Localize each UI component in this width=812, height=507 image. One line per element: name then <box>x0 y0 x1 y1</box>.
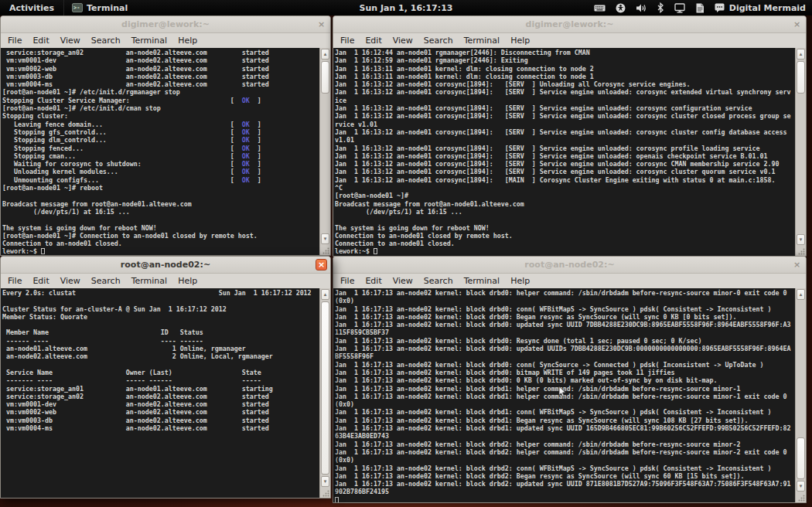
terminal-output[interactable]: service:storage_an02 an-node02.alteeve.c… <box>1 48 319 255</box>
scroll-up-button[interactable]: ▴ <box>321 49 329 60</box>
resize-grip[interactable] <box>796 492 806 502</box>
terminal-line: vm:vm0003-db an-node02.alteeve.com start… <box>2 73 319 80</box>
terminal-window-bottom-left[interactable]: root@an-node02:~ × FileEditViewSearchTer… <box>0 256 331 498</box>
close-button[interactable]: × <box>791 19 803 30</box>
menu-view[interactable]: View <box>55 36 86 46</box>
menu-terminal[interactable]: Terminal <box>126 276 173 286</box>
scrollbar[interactable]: ▴ ▾ <box>795 288 806 502</box>
menu-edit[interactable]: Edit <box>360 36 387 46</box>
terminal-line: Connection to an-node01 closed by remote… <box>335 232 795 240</box>
terminal-line: (0x0) <box>335 297 795 305</box>
menu-terminal[interactable]: Terminal <box>459 276 506 286</box>
terminal-line: Stopping Cluster Service Manager: [ OK ] <box>2 97 319 104</box>
menu-file[interactable]: File <box>2 276 27 286</box>
scroll-down-icon: ▾ <box>800 484 803 489</box>
window-titlebar[interactable]: digimer@lework:~ × <box>333 16 806 33</box>
menu-help[interactable]: Help <box>172 36 203 46</box>
terminal-line: Waiting for corosync to shutdown: [ OK ] <box>2 160 319 168</box>
menu-file[interactable]: File <box>2 36 27 46</box>
app-menu-terminal[interactable]: >- Terminal <box>63 0 135 15</box>
activities-button[interactable]: Activities <box>0 0 63 15</box>
accessibility-icon[interactable] <box>616 3 626 13</box>
terminal-window-bottom-right[interactable]: root@an-node02:~ × FileEditViewSearchTer… <box>333 256 807 503</box>
window-titlebar[interactable]: digimer@lework:~ × <box>1 16 330 33</box>
terminal-line: [root@an-node01 ~]# /etc/init.d/cman sto… <box>2 104 319 112</box>
scroll-down-button[interactable]: ▾ <box>797 481 805 492</box>
menu-search[interactable]: Search <box>86 276 126 286</box>
menu-view[interactable]: View <box>55 276 86 286</box>
window-titlebar[interactable]: root@an-node02:~ × <box>333 257 806 274</box>
terminal-line: (/dev/pts/1) at 16:15 ... <box>2 208 319 216</box>
scrollbar-thumb[interactable] <box>321 301 329 475</box>
menu-edit[interactable]: Edit <box>360 276 387 286</box>
terminal-line: Jan 1 16:13:12 an-node01 corosync[1894]:… <box>335 88 795 96</box>
menu-view[interactable]: View <box>387 276 418 286</box>
menu-search[interactable]: Search <box>418 276 459 286</box>
menu-terminal[interactable]: Terminal <box>126 36 173 46</box>
scrollbar-thumb[interactable] <box>797 437 805 479</box>
user-menu[interactable]: Digital Mermaid <box>715 3 806 13</box>
chat-status-icon <box>715 3 725 12</box>
terminal-line <box>2 361 319 369</box>
terminal-output[interactable]: Jan 1 16:12:44 an-node01 rgmanager[2446]… <box>333 48 795 256</box>
terminal-window-top-left[interactable]: digimer@lework:~ × FileEditViewSearchTer… <box>0 15 331 256</box>
resize-grip[interactable] <box>320 488 330 498</box>
resize-grip[interactable] <box>320 245 330 255</box>
menu-edit[interactable]: Edit <box>27 276 54 286</box>
scroll-down-button[interactable]: ▾ <box>321 476 329 487</box>
menu-file[interactable]: File <box>335 36 360 46</box>
display-icon[interactable] <box>674 3 685 13</box>
volume-icon[interactable] <box>636 3 647 13</box>
terminal-line: an-node01.alteeve.com 1 Online, rgmanage… <box>2 345 319 352</box>
scrollbar-trough[interactable] <box>797 60 805 233</box>
window-title: root@an-node02:~ <box>524 260 614 270</box>
menu-edit[interactable]: Edit <box>27 36 54 46</box>
menu-help[interactable]: Help <box>505 36 535 46</box>
clock[interactable]: Sun Jan 1, 16:17:13 <box>360 0 453 15</box>
menu-search[interactable]: Search <box>418 36 459 46</box>
menu-terminal[interactable]: Terminal <box>459 36 506 46</box>
scrollbar-trough[interactable] <box>321 301 329 475</box>
close-button[interactable]: × <box>316 259 327 271</box>
terminal-app-icon: >- <box>72 3 83 12</box>
scrollbar-thumb[interactable] <box>797 61 805 94</box>
terminal-line: Jan 1 16:17:13 an-node02 kernel: block d… <box>335 464 795 472</box>
scrollbar[interactable]: ▴ ▾ <box>319 288 330 498</box>
terminal-line: vm:vm0001-dev an-node02.alteeve.com star… <box>2 400 319 408</box>
scroll-up-icon: ▴ <box>800 52 803 57</box>
scrollbar[interactable]: ▴ ▾ <box>319 48 330 255</box>
scrollbar-thumb[interactable] <box>321 61 329 94</box>
scrollbar[interactable]: ▴ ▾ <box>795 48 806 256</box>
scroll-down-button[interactable]: ▾ <box>321 233 329 244</box>
scroll-down-button[interactable]: ▾ <box>797 234 805 245</box>
terminal-line: Jan 1 16:17:13 an-node02 kernel: block d… <box>335 480 795 488</box>
menu-view[interactable]: View <box>387 36 418 46</box>
menu-help[interactable]: Help <box>505 276 535 286</box>
menu-search[interactable]: Search <box>86 36 126 46</box>
resize-grip[interactable] <box>796 246 806 256</box>
scrollbar-trough[interactable] <box>797 301 805 480</box>
window-title: root@an-node02:~ <box>121 260 210 270</box>
terminal-window-top-right[interactable]: digimer@lework:~ × FileEditViewSearchTer… <box>333 15 807 257</box>
terminal-line: Jan 1 16:13:12 an-node01 corosync[1894]:… <box>335 176 795 184</box>
close-button[interactable]: × <box>316 19 327 30</box>
terminal-output[interactable]: Every 2.0s: clustat Sun Jan 1 16:17:12 2… <box>1 288 319 498</box>
menu-bar: FileEditViewSearchTerminalHelp <box>1 274 330 288</box>
close-button[interactable]: × <box>791 259 803 271</box>
terminal-line: Leaving fence domain... [ OK ] <box>2 121 319 128</box>
window-title: digimer@lework:~ <box>121 19 210 29</box>
terminal-line: ------- ---- ----- ------ ----- <box>2 376 319 384</box>
keyboard-layout-icon[interactable] <box>594 3 606 13</box>
terminal-line: Stopping gfs_controld... [ OK ] <box>2 128 319 136</box>
notes-icon[interactable] <box>695 3 705 13</box>
scroll-up-button[interactable]: ▴ <box>321 289 329 300</box>
menu-file[interactable]: File <box>335 276 360 286</box>
bluetooth-icon[interactable] <box>657 2 664 13</box>
scrollbar-trough[interactable] <box>321 60 329 233</box>
menu-help[interactable]: Help <box>172 276 203 286</box>
scroll-up-button[interactable]: ▴ <box>797 49 805 60</box>
scroll-up-button[interactable]: ▴ <box>797 289 805 300</box>
terminal-line <box>2 216 319 223</box>
window-titlebar[interactable]: root@an-node02:~ × <box>1 257 330 274</box>
terminal-line: Stopping dlm_controld... [ OK ] <box>2 136 319 144</box>
